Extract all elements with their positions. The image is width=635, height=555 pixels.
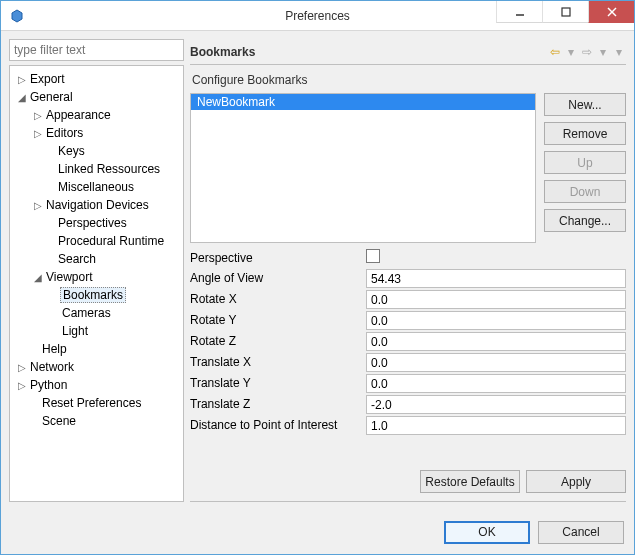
change-button[interactable]: Change...: [544, 209, 626, 232]
tree-item-linked-resources[interactable]: Linked Ressources: [12, 160, 181, 178]
distance-input[interactable]: [366, 416, 626, 435]
tree-item-cameras[interactable]: Cameras: [12, 304, 181, 322]
chevron-right-icon: ▷: [32, 128, 44, 139]
dialog-footer: OK Cancel: [1, 510, 634, 554]
tree-item-appearance[interactable]: ▷Appearance: [12, 106, 181, 124]
translate-x-input[interactable]: [366, 353, 626, 372]
tree-item-network[interactable]: ▷Network: [12, 358, 181, 376]
preferences-tree[interactable]: ▷Export ◢General ▷Appearance ▷Editors Ke…: [9, 65, 184, 502]
rotate-z-input[interactable]: [366, 332, 626, 351]
remove-button[interactable]: Remove: [544, 122, 626, 145]
down-button[interactable]: Down: [544, 180, 626, 203]
chevron-right-icon: ▷: [32, 200, 44, 211]
tree-item-navigation-devices[interactable]: ▷Navigation Devices: [12, 196, 181, 214]
rotate-x-input[interactable]: [366, 290, 626, 309]
new-button[interactable]: New...: [544, 93, 626, 116]
window-controls: [496, 1, 634, 30]
perspective-label: Perspective: [190, 249, 360, 267]
translate-y-label: Translate Y: [190, 374, 360, 393]
titlebar: Preferences: [1, 1, 634, 31]
close-button[interactable]: [588, 1, 634, 23]
tree-item-general[interactable]: ◢General: [12, 88, 181, 106]
menu-dropdown-icon[interactable]: ▾: [612, 45, 626, 59]
rotate-z-label: Rotate Z: [190, 332, 360, 351]
section-subtitle: Configure Bookmarks: [190, 69, 626, 93]
tree-item-miscellaneous[interactable]: Miscellaneous: [12, 178, 181, 196]
tree-item-editors[interactable]: ▷Editors: [12, 124, 181, 142]
chevron-right-icon: ▷: [16, 380, 28, 391]
angle-input[interactable]: [366, 269, 626, 288]
tree-item-search[interactable]: Search: [12, 250, 181, 268]
chevron-right-icon: ▷: [16, 362, 28, 373]
tree-item-keys[interactable]: Keys: [12, 142, 181, 160]
translate-x-label: Translate X: [190, 353, 360, 372]
filter-input[interactable]: [9, 39, 184, 61]
app-icon: [9, 8, 25, 24]
rotate-y-label: Rotate Y: [190, 311, 360, 330]
tree-item-reset-preferences[interactable]: Reset Preferences: [12, 394, 181, 412]
tree-item-python[interactable]: ▷Python: [12, 376, 181, 394]
maximize-button[interactable]: [542, 1, 588, 23]
translate-z-label: Translate Z: [190, 395, 360, 414]
chevron-down-icon: ◢: [32, 272, 44, 283]
rotate-x-label: Rotate X: [190, 290, 360, 309]
restore-defaults-button[interactable]: Restore Defaults: [420, 470, 520, 493]
section-header: Bookmarks ⇦ ▾ ⇨ ▾ ▾: [190, 39, 626, 65]
cancel-button[interactable]: Cancel: [538, 521, 624, 544]
tree-item-export[interactable]: ▷Export: [12, 70, 181, 88]
angle-label: Angle of View: [190, 269, 360, 288]
dropdown-icon[interactable]: ▾: [596, 45, 610, 59]
chevron-right-icon: ▷: [32, 110, 44, 121]
up-button[interactable]: Up: [544, 151, 626, 174]
apply-button[interactable]: Apply: [526, 470, 626, 493]
distance-label: Distance to Point of Interest: [190, 416, 360, 435]
chevron-right-icon: ▷: [16, 74, 28, 85]
tree-item-perspectives[interactable]: Perspectives: [12, 214, 181, 232]
perspective-checkbox[interactable]: [366, 249, 380, 263]
translate-y-input[interactable]: [366, 374, 626, 393]
section-title: Bookmarks: [190, 45, 255, 59]
preferences-window: Preferences ▷Export ◢General ▷Appearance…: [0, 0, 635, 555]
tree-item-scene[interactable]: Scene: [12, 412, 181, 430]
chevron-down-icon: ◢: [16, 92, 28, 103]
rotate-y-input[interactable]: [366, 311, 626, 330]
nav-forward-icon[interactable]: ⇨: [580, 45, 594, 59]
tree-item-light[interactable]: Light: [12, 322, 181, 340]
svg-rect-1: [562, 8, 570, 16]
tree-item-bookmarks[interactable]: Bookmarks: [12, 286, 181, 304]
bookmark-list[interactable]: NewBookmark: [190, 93, 536, 243]
tree-item-help[interactable]: Help: [12, 340, 181, 358]
minimize-button[interactable]: [496, 1, 542, 23]
bookmark-item[interactable]: NewBookmark: [191, 94, 535, 110]
tree-item-viewport[interactable]: ◢Viewport: [12, 268, 181, 286]
tree-item-procedural-runtime[interactable]: Procedural Runtime: [12, 232, 181, 250]
ok-button[interactable]: OK: [444, 521, 530, 544]
nav-back-icon[interactable]: ⇦: [548, 45, 562, 59]
translate-z-input[interactable]: [366, 395, 626, 414]
dropdown-icon[interactable]: ▾: [564, 45, 578, 59]
